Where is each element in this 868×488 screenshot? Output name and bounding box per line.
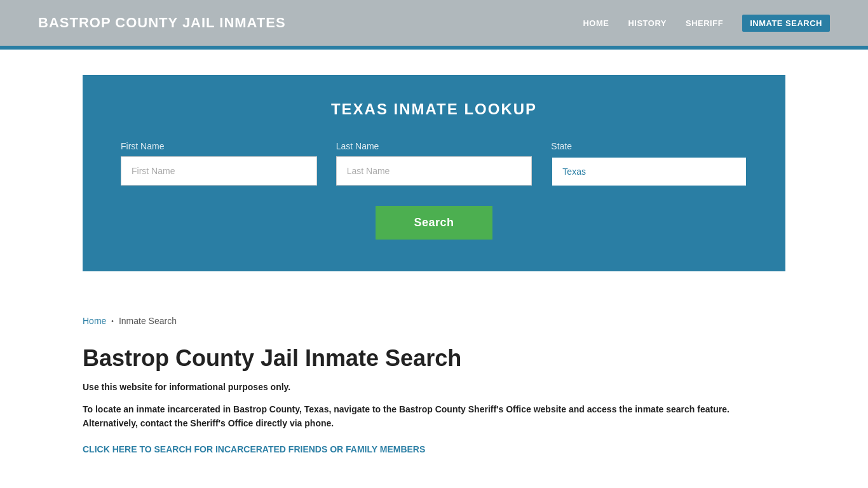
last-name-label: Last Name	[336, 141, 532, 151]
site-title: BASTROP COUNTY JAIL INMATES	[38, 15, 286, 31]
search-button-wrapper: Search	[121, 206, 747, 240]
page-title: Bastrop County Jail Inmate Search	[83, 345, 785, 372]
main-content: Bastrop County Jail Inmate Search Use th…	[0, 332, 868, 480]
nav-home[interactable]: HOME	[583, 18, 609, 28]
state-group: State	[551, 141, 747, 187]
state-input[interactable]	[551, 156, 747, 187]
state-label: State	[551, 141, 747, 151]
search-fields: First Name Last Name State	[121, 141, 747, 187]
nav-sheriff[interactable]: SHERIFF	[686, 18, 723, 28]
breadcrumb-separator: •	[111, 318, 114, 325]
page-description: To locate an inmate incarcerated in Bast…	[83, 402, 785, 431]
first-name-group: First Name	[121, 141, 317, 187]
page-subtitle: Use this website for informational purpo…	[83, 382, 785, 392]
cta-link[interactable]: CLICK HERE to Search for Incarcerated Fr…	[83, 444, 425, 454]
last-name-group: Last Name	[336, 141, 532, 187]
breadcrumb: Home • Inmate Search	[0, 297, 868, 332]
breadcrumb-current: Inmate Search	[119, 316, 177, 326]
nav-inmate-search[interactable]: INMATE SEARCH	[742, 15, 830, 32]
search-button[interactable]: Search	[376, 206, 492, 240]
last-name-input[interactable]	[336, 156, 532, 186]
first-name-label: First Name	[121, 141, 317, 151]
main-nav: HOME HISTORY SHERIFF INMATE SEARCH	[583, 15, 830, 32]
header: BASTROP COUNTY JAIL INMATES HOME HISTORY…	[0, 0, 868, 46]
search-section-title: TEXAS INMATE LOOKUP	[121, 100, 747, 118]
first-name-input[interactable]	[121, 156, 317, 186]
header-accent-bar	[0, 46, 868, 50]
breadcrumb-home-link[interactable]: Home	[83, 316, 106, 326]
nav-history[interactable]: HISTORY	[628, 18, 667, 28]
search-section: TEXAS INMATE LOOKUP First Name Last Name…	[83, 75, 785, 271]
